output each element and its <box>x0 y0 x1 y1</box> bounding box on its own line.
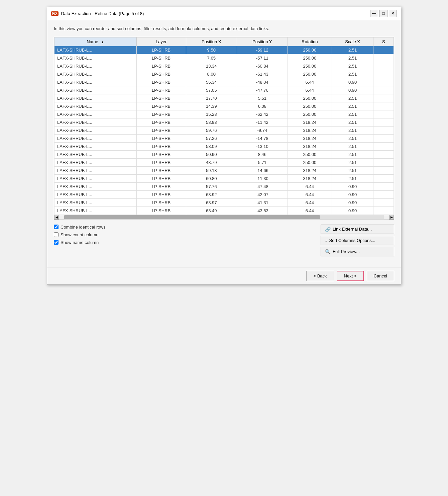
checkbox-group: Combine identical rows Show count column… <box>54 225 105 245</box>
table-row[interactable]: LAFX-SHRUB-L...LP-SHRB58.93-11.42318.242… <box>54 118 394 126</box>
table-row[interactable]: LAFX-SHRUB-L...LP-SHRB8.00-61.43250.002.… <box>54 70 394 78</box>
show-name-checkbox[interactable] <box>54 240 59 245</box>
table-row[interactable]: LAFX-SHRUB-L...LP-SHRB13.34-60.84250.002… <box>54 62 394 70</box>
scroll-right-arrow[interactable]: ▶ <box>389 215 394 220</box>
col-header-scale-y[interactable]: S <box>373 37 394 46</box>
col-header-position-y[interactable]: Position Y <box>237 37 288 46</box>
bottom-options: Combine identical rows Show count column… <box>54 225 394 256</box>
main-window: F/X Data Extraction - Refine Data (Page … <box>47 7 401 285</box>
footer: < Back Next > Cancel <box>47 267 401 284</box>
col-header-rotation[interactable]: Rotation <box>288 37 332 46</box>
table-row[interactable]: LAFX-SHRUB-L...LP-SHRB50.908.46250.002.5… <box>54 150 394 158</box>
sort-columns-icon: ↕ <box>325 238 327 243</box>
show-count-label: Show count column <box>61 232 98 237</box>
table-row[interactable]: LAFX-SHRUB-L...LP-SHRB59.76-9.74318.242.… <box>54 126 394 134</box>
horizontal-scrollbar[interactable]: ◀ ▶ <box>54 215 394 220</box>
col-header-position-x[interactable]: Position X <box>186 37 237 46</box>
description-text: In this view you can reorder and sort co… <box>54 25 394 32</box>
col-header-layer[interactable]: Layer <box>136 37 186 46</box>
table-row[interactable]: LAFX-SHRUB-L...LP-SHRB15.28-62.42250.002… <box>54 110 394 118</box>
show-count-checkbox[interactable] <box>54 232 59 237</box>
window-title: Data Extraction - Refine Data (Page 5 of… <box>61 11 144 16</box>
table-row[interactable]: LAFX-SHRUB-L...LP-SHRB14.396.08250.002.5… <box>54 102 394 110</box>
minimize-button[interactable]: — <box>370 10 378 17</box>
show-name-label: Show name column <box>61 240 99 245</box>
scroll-thumb[interactable] <box>64 215 320 219</box>
scroll-left-arrow[interactable]: ◀ <box>54 215 59 220</box>
table-row[interactable]: LAFX-SHRUB-L...LP-SHRB57.05-47.766.440.9… <box>54 86 394 94</box>
full-preview-label: Full Preview... <box>333 249 360 254</box>
content-area: In this view you can reorder and sort co… <box>47 20 401 267</box>
data-table: Name ▲ Layer Position X Position Y Rotat… <box>54 37 394 215</box>
table-row[interactable]: LAFX-SHRUB-L...LP-SHRB48.795.71250.002.5… <box>54 158 394 166</box>
show-count-checkbox-row[interactable]: Show count column <box>54 232 105 237</box>
table-row[interactable]: LAFX-SHRUB-L...LP-SHRB57.76-47.486.440.9… <box>54 182 394 190</box>
window-controls: — □ ✕ <box>370 10 397 17</box>
table-row[interactable]: LAFX-SHRUB-L...LP-SHRB63.92-42.076.440.9… <box>54 190 394 198</box>
cancel-button[interactable]: Cancel <box>367 271 394 281</box>
data-table-container: Name ▲ Layer Position X Position Y Rotat… <box>54 37 394 220</box>
col-header-scale-x[interactable]: Scale X <box>332 37 373 46</box>
sort-columns-label: Sort Columns Options... <box>329 238 375 243</box>
scroll-track[interactable] <box>64 215 384 219</box>
table-row[interactable]: LAFX-SHRUB-L...LP-SHRB58.09-13.10318.242… <box>54 142 394 150</box>
full-preview-icon: 🔍 <box>325 249 331 254</box>
table-row[interactable]: LAFX-SHRUB-L...LP-SHRB9.50-59.12250.002.… <box>54 46 394 54</box>
close-button[interactable]: ✕ <box>389 10 397 17</box>
show-name-checkbox-row[interactable]: Show name column <box>54 240 105 245</box>
link-external-data-button[interactable]: 🔗 Link External Data... <box>321 225 394 234</box>
link-external-icon: 🔗 <box>325 227 331 232</box>
table-row[interactable]: LAFX-SHRUB-L...LP-SHRB56.34-48.046.440.9… <box>54 78 394 86</box>
combine-rows-label: Combine identical rows <box>61 225 105 230</box>
table-header: Name ▲ Layer Position X Position Y Rotat… <box>54 37 394 46</box>
full-preview-button[interactable]: 🔍 Full Preview... <box>321 247 394 256</box>
sort-columns-options-button[interactable]: ↕ Sort Columns Options... <box>321 236 394 245</box>
combine-rows-checkbox[interactable] <box>54 225 59 229</box>
side-buttons-group: 🔗 Link External Data... ↕ Sort Columns O… <box>321 225 394 256</box>
next-button[interactable]: Next > <box>337 271 364 281</box>
table-row[interactable]: LAFX-SHRUB-L...LP-SHRB60.80-11.30318.242… <box>54 174 394 182</box>
app-icon: F/X <box>51 11 59 16</box>
title-bar: F/X Data Extraction - Refine Data (Page … <box>47 7 401 20</box>
table-row[interactable]: LAFX-SHRUB-L...LP-SHRB63.97-41.316.440.9… <box>54 198 394 206</box>
table-row[interactable]: LAFX-SHRUB-L...LP-SHRB63.49-43.536.440.9… <box>54 206 394 215</box>
table-row[interactable]: LAFX-SHRUB-L...LP-SHRB57.26-14.78318.242… <box>54 134 394 142</box>
table-row[interactable]: LAFX-SHRUB-L...LP-SHRB59.13-14.66318.242… <box>54 166 394 174</box>
back-button[interactable]: < Back <box>306 271 334 281</box>
sort-arrow-name: ▲ <box>101 40 104 44</box>
table-body: LAFX-SHRUB-L...LP-SHRB9.50-59.12250.002.… <box>54 46 394 215</box>
title-bar-left: F/X Data Extraction - Refine Data (Page … <box>51 11 144 16</box>
table-scroll-wrapper[interactable]: Name ▲ Layer Position X Position Y Rotat… <box>54 37 394 215</box>
table-row[interactable]: LAFX-SHRUB-L...LP-SHRB17.705.51250.002.5… <box>54 94 394 102</box>
combine-rows-checkbox-row[interactable]: Combine identical rows <box>54 225 105 230</box>
maximize-button[interactable]: □ <box>379 10 387 17</box>
table-row[interactable]: LAFX-SHRUB-L...LP-SHRB7.65-57.11250.002.… <box>54 54 394 62</box>
col-header-name[interactable]: Name ▲ <box>54 37 137 46</box>
link-external-label: Link External Data... <box>333 227 372 232</box>
